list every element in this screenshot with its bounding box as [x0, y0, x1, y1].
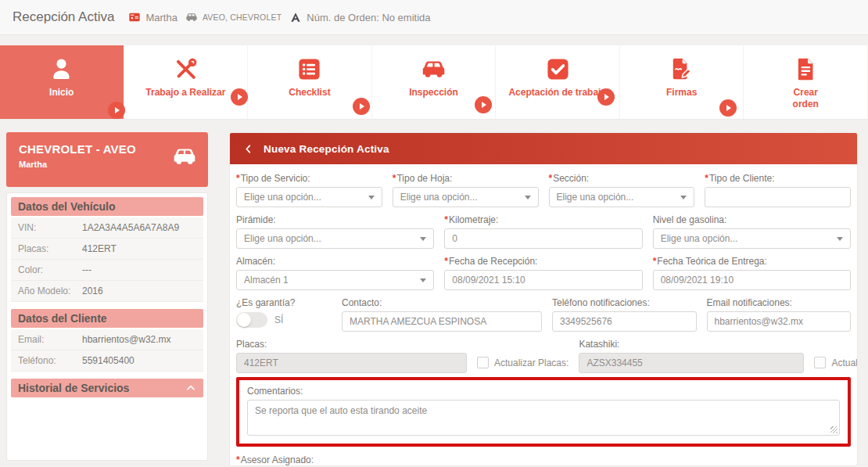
required-asterisk: * [236, 454, 240, 465]
user-icon [48, 56, 74, 82]
input-value: 0 [452, 233, 457, 244]
input-value: hbarrientos@w32.mx [715, 316, 804, 327]
section-header-historial[interactable]: Historial de Servicios [11, 379, 203, 397]
contacto-input[interactable]: MARTHA AMEZCUA ESPINOSA [342, 311, 542, 332]
form-row-1: *Tipo de Servicio: Elige una opción... *… [236, 173, 851, 207]
table-row: VIN: 1A2A3A4A5A6A7A8A9 [11, 217, 203, 239]
field-label: *Tipo de Hoja: [393, 173, 539, 184]
required-asterisk: * [444, 256, 448, 267]
telefono-notificaciones-input[interactable]: 3349525676 [552, 311, 697, 332]
email-notificaciones-input[interactable]: hbarrientos@w32.mx [707, 311, 852, 332]
row-value: hbarrientos@w32.mx [82, 334, 171, 345]
resize-handle[interactable] [830, 426, 838, 433]
vehicle-rows: VIN: 1A2A3A4A5A6A7A8A9 Placas: 412ERT Co… [11, 217, 203, 302]
select-value: Almacén 1 [244, 275, 289, 286]
tools-icon [173, 56, 199, 82]
car-icon [421, 56, 447, 82]
section-title: Datos del Vehículo [18, 200, 115, 213]
step-arrow-badge[interactable] [108, 102, 125, 119]
select-value: Elige una opción... [244, 233, 321, 244]
form-row-4: ¿Es garantía? SÍ Contacto: MARTHA AMEZCU… [236, 297, 851, 332]
required-asterisk: * [393, 173, 396, 184]
table-row: Teléfono: 5591405400 [11, 350, 203, 372]
chevron-down-icon [420, 278, 426, 282]
fecha-entrega-input[interactable]: 08/09/2021 19:10 [653, 270, 851, 290]
step-trabajo-a-realizar[interactable]: Trabajo a Realizar [124, 45, 249, 119]
panel-header[interactable]: Nueva Recepción Activa [230, 133, 857, 164]
arrow-right-icon [238, 94, 242, 100]
step-aceptacion-de-trabajo[interactable]: Aceptación de trabajo [496, 45, 620, 119]
topbar-order: Núm. de Orden: No emitida [289, 11, 430, 23]
kilometraje-input[interactable]: 0 [444, 228, 642, 249]
seccion-select[interactable]: Elige una opción... [549, 187, 695, 207]
step-inicio[interactable]: Inicio [0, 45, 124, 119]
order-number: Núm. de Orden: No emitida [307, 12, 430, 23]
required-asterisk: * [653, 256, 657, 267]
chevron-down-icon [837, 237, 843, 241]
field-label: Email notificaciones: [707, 297, 852, 308]
tipo-hoja-select[interactable]: Elige una opción... [393, 187, 539, 207]
row-label: VIN: [18, 222, 82, 233]
topbar-client: Martha [128, 11, 177, 23]
piramide-select[interactable]: Elige una opción... [236, 228, 434, 249]
table-row: Año Modelo: 2016 [11, 281, 203, 302]
tipo-servicio-select[interactable]: Elige una opción... [236, 187, 382, 207]
row-value: --- [82, 264, 91, 275]
signature-icon [669, 56, 694, 82]
required-asterisk: * [549, 173, 553, 184]
katashiki-input: AZSX334455 [579, 353, 804, 373]
table-row: Email: hbarrientos@w32.mx [11, 329, 203, 350]
car-icon [185, 11, 198, 23]
nivel-gasolina-select[interactable]: Elige una opción... [653, 228, 851, 249]
step-arrow-badge[interactable] [353, 98, 370, 115]
step-crear-orden[interactable]: Crear orden [744, 45, 868, 119]
field-label: *Kilometraje: [444, 214, 642, 225]
row-label: Año Modelo: [18, 286, 82, 296]
checkbox-label: Actualizar Katashiki: [831, 357, 858, 368]
required-asterisk: * [444, 214, 448, 225]
content-area: CHEVROLET - AVEO Martha Datos del Vehícu… [0, 120, 868, 466]
arrow-right-icon [360, 103, 364, 110]
required-asterisk: * [236, 173, 240, 184]
input-value: AZSX334455 [586, 357, 642, 368]
field-label: Pirámide: [236, 214, 434, 225]
step-arrow-badge[interactable] [719, 99, 737, 117]
step-arrow-badge[interactable] [231, 88, 248, 106]
actualizar-katashiki-checkbox[interactable]: Actualizar Katashiki: [814, 357, 858, 368]
toggle-label: SÍ [274, 314, 283, 325]
step-label: Checklist [289, 87, 330, 99]
field-label: *Tipo de Cliente: [705, 173, 851, 184]
arrow-right-icon [604, 94, 609, 100]
checkbox-icon [477, 357, 489, 368]
toggle-knob [237, 313, 251, 327]
step-arrow-badge[interactable] [597, 88, 615, 106]
garantia-toggle[interactable] [236, 312, 267, 328]
vehicle-title: CHEVROLET - AVEO [19, 142, 136, 156]
topbar-vehicle: AVEO, CHEVROLET [185, 11, 282, 23]
comentarios-textarea[interactable]: Se reporta que el auto esta tirando acei… [247, 400, 840, 436]
field-label: *Sección: [549, 173, 695, 184]
step-arrow-badge[interactable] [475, 96, 492, 113]
arrow-right-icon [726, 105, 731, 111]
fecha-recepcion-input[interactable]: 08/09/2021 15:10 [444, 270, 642, 290]
field-label: *Tipo de Servicio: [236, 173, 382, 184]
checkbox-icon [814, 357, 826, 368]
placas-input: 412ERT [236, 353, 467, 373]
checklist-icon [296, 56, 322, 82]
field-label: Comentarios: [247, 386, 840, 397]
field-label: Nivel de gasolina: [653, 214, 851, 225]
vehicle-summary-card: CHEVROLET - AVEO Martha [6, 132, 208, 187]
step-label: Inspección [409, 87, 458, 99]
actualizar-placas-checkbox[interactable]: Actualizar Placas: [477, 357, 569, 368]
wizard-stepper: Inicio Trabajo a Realizar Checklist Insp… [0, 45, 868, 120]
row-value: 5591405400 [82, 355, 135, 366]
almacen-select[interactable]: Almacén 1 [236, 270, 434, 290]
tipo-cliente-input[interactable] [705, 187, 851, 207]
select-value: Elige una opción... [557, 192, 634, 203]
vehicle-sidebar: CHEVROLET - AVEO Martha Datos del Vehícu… [6, 132, 208, 466]
comentarios-highlight-annotation: Comentarios: Se reporta que el auto esta… [236, 377, 851, 447]
row-value: 2016 [82, 286, 103, 296]
select-value: Elige una opción... [244, 192, 321, 203]
document-icon [793, 56, 819, 82]
page-title: Recepción Activa [13, 9, 114, 25]
